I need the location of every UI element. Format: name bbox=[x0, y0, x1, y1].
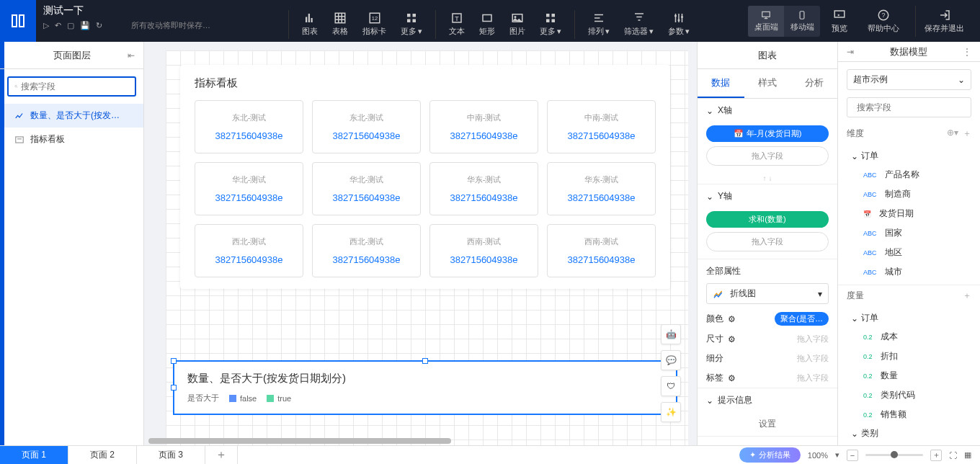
dataset-select[interactable]: 超市示例 ⌄ bbox=[847, 69, 971, 90]
mea-order-group[interactable]: ⌄订单 bbox=[847, 309, 971, 327]
dimension-field[interactable]: ABC地区 bbox=[847, 243, 971, 262]
size-drop[interactable]: 拖入字段 bbox=[797, 334, 829, 344]
tab-analyze[interactable]: 分析 bbox=[790, 69, 837, 98]
analyze-button[interactable]: ✦分析结果 bbox=[739, 447, 801, 463]
tool-text[interactable]: T文本 bbox=[442, 10, 472, 38]
x-axis-header[interactable]: ⌄X轴 bbox=[698, 99, 837, 122]
hint-header[interactable]: ⌄提示信息 bbox=[698, 388, 837, 412]
measure-field[interactable]: 0.2成本 bbox=[847, 327, 971, 347]
metric-card[interactable]: 西南-测试382715604938e bbox=[429, 224, 538, 277]
layer-item-chart[interactable]: 数量、是否大于(按发… bbox=[0, 104, 143, 128]
tool-rect[interactable]: 矩形 bbox=[472, 10, 502, 38]
measure-field[interactable]: 0.2折扣 bbox=[847, 347, 971, 366]
measure-field[interactable]: 0.2数量 bbox=[847, 366, 971, 385]
hint-settings-button[interactable]: 设置 bbox=[698, 412, 837, 436]
save-icon[interactable]: 💾 bbox=[80, 21, 90, 30]
metric-card[interactable]: 中南-测试382715604938e bbox=[547, 100, 656, 153]
layer-search[interactable] bbox=[7, 76, 136, 97]
metric-card[interactable]: 中南-测试382715604938e bbox=[429, 100, 538, 153]
x-axis-field-pill[interactable]: 📅年-月(发货日期) bbox=[706, 125, 829, 142]
measure-field[interactable]: 0.2销售额 bbox=[847, 405, 971, 424]
canvas[interactable]: 指标看板 东北-测试382715604938e东北-测试382715604938… bbox=[166, 50, 688, 445]
fit-icon[interactable]: ⛶ bbox=[949, 451, 957, 460]
metric-card[interactable]: 西北-测试382715604938e bbox=[312, 224, 421, 277]
page-tab-1[interactable]: 页面 1 bbox=[0, 446, 68, 464]
tool-table[interactable]: 表格 bbox=[325, 10, 355, 38]
page-tab-2[interactable]: 页面 2 bbox=[68, 446, 137, 464]
device-desktop[interactable]: 桌面端 bbox=[748, 6, 784, 37]
metric-card[interactable]: 华东-测试382715604938e bbox=[547, 162, 656, 215]
expand-panel-icon[interactable]: ⇥ bbox=[847, 47, 854, 57]
tool-more1[interactable]: 更多▾ bbox=[393, 10, 429, 38]
y-axis-header[interactable]: ⌄Y轴 bbox=[698, 184, 837, 208]
color-value-pill[interactable]: 聚合(是否… bbox=[775, 312, 829, 326]
label-drop[interactable]: 拖入字段 bbox=[797, 372, 829, 383]
tool-chart[interactable]: 图表 bbox=[295, 10, 325, 38]
metric-card[interactable]: 东北-测试382715604938e bbox=[312, 100, 421, 153]
add-page-button[interactable]: ＋ bbox=[205, 446, 238, 464]
mea-category-group[interactable]: ⌄类别 bbox=[847, 424, 971, 442]
save-exit-button[interactable]: 保存并退出 bbox=[915, 6, 973, 37]
play-icon[interactable]: ▷ bbox=[43, 21, 49, 30]
zoom-out-button[interactable]: − bbox=[847, 450, 858, 461]
tool-param[interactable]: 参数▾ bbox=[661, 10, 697, 38]
tool-filter[interactable]: 筛选器▾ bbox=[617, 10, 661, 38]
x-axis-drop[interactable]: 拖入字段 bbox=[706, 146, 829, 166]
metric-card[interactable]: 华东-测试382715604938e bbox=[429, 162, 538, 215]
metric-board-widget[interactable]: 指标看板 东北-测试382715604938e东北-测试382715604938… bbox=[180, 65, 670, 289]
add-icon[interactable]: ＋ bbox=[963, 128, 971, 140]
metric-card[interactable]: 西北-测试382715604938e bbox=[195, 224, 303, 277]
zoom-slider[interactable] bbox=[865, 454, 923, 456]
grid-icon[interactable]: ▦ bbox=[964, 450, 971, 460]
ai-assist-icon[interactable]: 🤖 bbox=[661, 324, 681, 344]
swap-axes-icon[interactable]: ↑ ↓ bbox=[698, 173, 837, 184]
magic-icon[interactable]: ✨ bbox=[661, 402, 681, 422]
dim-order-group[interactable]: ⌄订单 bbox=[847, 147, 971, 165]
tool-metric[interactable]: 12指标卡 bbox=[355, 10, 393, 38]
measure-field[interactable]: 0.2类别代码 bbox=[847, 385, 971, 405]
help-button[interactable]: ?帮助中心 bbox=[859, 6, 908, 37]
refresh-icon[interactable]: ↻ bbox=[96, 21, 102, 30]
add-icon[interactable]: ＋ bbox=[963, 290, 971, 302]
tab-style[interactable]: 样式 bbox=[744, 69, 791, 98]
redo-icon[interactable]: ▢ bbox=[67, 21, 74, 30]
field-search[interactable] bbox=[847, 97, 971, 117]
device-mobile[interactable]: 移动端 bbox=[784, 6, 820, 37]
dimension-field[interactable]: ABC制造商 bbox=[847, 184, 971, 204]
globe-icon[interactable]: ⊕▾ bbox=[947, 128, 958, 140]
metric-card[interactable]: 西南-测试382715604938e bbox=[547, 224, 656, 277]
tool-image[interactable]: 图片 bbox=[502, 10, 533, 38]
chart-widget[interactable]: 数量、是否大于(按发货日期划分) 是否大于 false true bbox=[173, 360, 677, 415]
comment-icon[interactable]: 💬 bbox=[661, 350, 681, 370]
y-axis-drop[interactable]: 拖入字段 bbox=[706, 232, 829, 251]
more-icon[interactable]: ⋮ bbox=[963, 47, 971, 57]
gear-icon[interactable]: ⚙ bbox=[728, 373, 736, 383]
layer-item-metric[interactable]: 指标看板 bbox=[0, 128, 143, 151]
collapse-left-icon[interactable]: ⇤ bbox=[128, 50, 135, 61]
metric-card[interactable]: 华北-测试382715604938e bbox=[312, 162, 421, 215]
layer-search-input[interactable] bbox=[21, 81, 129, 92]
zoom-dropdown-icon[interactable]: ▾ bbox=[835, 450, 839, 460]
dimension-field[interactable]: ABC国家 bbox=[847, 223, 971, 243]
dimension-field[interactable]: ABC产品名称 bbox=[847, 165, 971, 184]
detail-drop[interactable]: 拖入字段 bbox=[797, 353, 829, 364]
dimension-field[interactable]: ABC城市 bbox=[847, 262, 971, 282]
tool-more2[interactable]: 更多▾ bbox=[533, 10, 569, 38]
gear-icon[interactable]: ⚙ bbox=[728, 334, 736, 344]
y-axis-field-pill[interactable]: 求和(数量) bbox=[706, 211, 829, 228]
preview-button[interactable]: 预览 bbox=[823, 6, 856, 37]
tool-arrange[interactable]: 排列▾ bbox=[581, 10, 617, 38]
horizontal-scrollbar[interactable] bbox=[144, 438, 697, 445]
zoom-in-button[interactable]: ＋ bbox=[930, 450, 942, 461]
metric-card[interactable]: 华北-测试382715604938e bbox=[195, 162, 303, 215]
page-tab-3[interactable]: 页面 3 bbox=[137, 446, 205, 464]
dimension-field[interactable]: 📅发货日期 bbox=[847, 204, 971, 223]
field-search-input[interactable] bbox=[857, 102, 965, 112]
app-logo[interactable] bbox=[0, 0, 36, 42]
gear-icon[interactable]: ⚙ bbox=[728, 314, 736, 324]
tab-data[interactable]: 数据 bbox=[698, 69, 744, 98]
chart-type-select[interactable]: 折线图 ▾ bbox=[706, 283, 829, 304]
metric-card[interactable]: 东北-测试382715604938e bbox=[195, 100, 303, 153]
shield-icon[interactable]: 🛡 bbox=[661, 376, 681, 396]
undo-icon[interactable]: ↶ bbox=[55, 21, 61, 30]
